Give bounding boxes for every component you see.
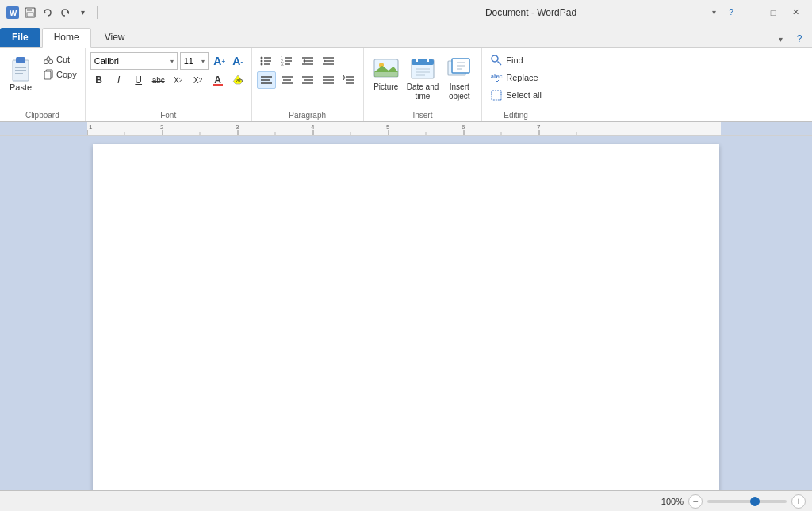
- insert-object-button[interactable]: Insertobject: [442, 52, 477, 103]
- find-button[interactable]: Find: [487, 52, 526, 68]
- customize-quick-btn[interactable]: ▾: [75, 5, 90, 21]
- insert-label: Insert: [412, 109, 432, 121]
- svg-marker-55: [343, 75, 345, 80]
- ruler-left-margin: [0, 122, 87, 135]
- decrease-font-btn[interactable]: A-: [229, 52, 247, 70]
- font-size-selector[interactable]: 11 ▾: [180, 52, 209, 70]
- zoom-in-btn[interactable]: +: [791, 494, 806, 509]
- svg-line-14: [46, 56, 48, 60]
- indent-increase-btn[interactable]: [319, 52, 338, 70]
- font-row1: Calibri ▾ 11 ▾ A+ A-: [90, 52, 247, 70]
- numbered-list-btn[interactable]: 1. 2. 3.: [278, 52, 297, 70]
- svg-text:3: 3: [236, 124, 239, 131]
- paste-button[interactable]: Paste: [5, 52, 36, 93]
- strikethrough-button[interactable]: abc: [150, 71, 167, 89]
- minimize-btn[interactable]: ─: [741, 5, 761, 21]
- scissors-icon: [43, 54, 54, 65]
- font-group: Calibri ▾ 11 ▾ A+ A- B I U abc X2 X2: [86, 48, 252, 121]
- italic-button[interactable]: I: [110, 71, 128, 89]
- document-page[interactable]: [93, 144, 719, 490]
- svg-point-12: [44, 60, 48, 64]
- cut-label: Cut: [56, 55, 70, 64]
- paragraph-label: Paragraph: [289, 109, 326, 121]
- cut-button[interactable]: Cut: [40, 52, 80, 67]
- align-center-btn[interactable]: [278, 71, 297, 89]
- picture-label: Picture: [373, 82, 398, 92]
- title-bar: W ▾: [0, 0, 812, 25]
- ruler-content[interactable]: 1 2 3 4 5 6 7: [87, 122, 721, 135]
- svg-rect-4: [27, 13, 33, 17]
- replace-button[interactable]: ab ac Replace: [487, 70, 541, 86]
- editing-group: Find ab ac Replace Select: [482, 48, 550, 121]
- datetime-button[interactable]: Date andtime: [404, 52, 442, 103]
- redo-quick-btn[interactable]: [57, 5, 73, 21]
- font-size-caret: ▾: [201, 58, 205, 65]
- para-row2: [257, 71, 358, 89]
- highlight-btn[interactable]: ab: [229, 71, 247, 89]
- svg-text:W: W: [10, 9, 17, 17]
- main-document-area[interactable]: [0, 136, 812, 490]
- picture-button[interactable]: Picture: [369, 52, 404, 93]
- editing-content: Find ab ac Replace Select: [487, 51, 545, 109]
- svg-rect-10: [15, 70, 26, 71]
- tab-home[interactable]: Home: [42, 28, 91, 48]
- subscript-button[interactable]: X2: [170, 71, 187, 89]
- font-color-btn[interactable]: A: [209, 71, 227, 89]
- tab-view[interactable]: View: [93, 28, 137, 47]
- select-all-button[interactable]: Select all: [487, 87, 545, 103]
- justify-btn[interactable]: [319, 71, 338, 89]
- para-row1: 1. 2. 3.: [257, 52, 338, 70]
- svg-point-72: [492, 55, 498, 62]
- clipboard-content: Paste Cut: [5, 51, 80, 109]
- replace-icon: ab ac: [490, 71, 503, 84]
- paste-icon: [8, 54, 33, 82]
- ribbon-expand-btn[interactable]: ▾: [706, 5, 722, 21]
- ribbon-help-btn[interactable]: ?: [791, 31, 807, 47]
- close-btn[interactable]: ✕: [785, 5, 806, 21]
- zoom-thumb: [750, 497, 760, 506]
- font-name-selector[interactable]: Calibri ▾: [90, 52, 178, 70]
- bullet-list-btn[interactable]: [257, 52, 276, 70]
- svg-line-73: [498, 62, 502, 66]
- window-title: Document - WordPad: [356, 7, 706, 18]
- indent-decrease-btn[interactable]: [298, 52, 317, 70]
- paragraph-content: 1. 2. 3.: [257, 51, 358, 109]
- align-right-btn[interactable]: [298, 71, 317, 89]
- copy-icon: [43, 69, 54, 80]
- insert-object-label: Insertobject: [449, 82, 470, 101]
- zoom-slider[interactable]: [707, 500, 787, 503]
- zoom-out-btn[interactable]: −: [688, 494, 703, 509]
- tab-file[interactable]: File: [0, 28, 40, 47]
- line-spacing-btn[interactable]: [339, 71, 358, 89]
- font-label: Font: [160, 109, 176, 121]
- find-icon: [490, 54, 503, 67]
- svg-text:3.: 3.: [281, 62, 284, 67]
- svg-text:1: 1: [89, 124, 93, 131]
- svg-text:5: 5: [386, 124, 390, 131]
- increase-font-btn[interactable]: A+: [211, 52, 228, 70]
- help-btn[interactable]: ?: [723, 5, 739, 21]
- insert-object-icon: [445, 54, 473, 82]
- svg-point-22: [260, 60, 262, 63]
- svg-text:2: 2: [160, 124, 164, 131]
- save-quick-btn[interactable]: [22, 5, 38, 21]
- find-label: Find: [506, 55, 523, 65]
- svg-text:ab: ab: [236, 78, 243, 83]
- clipboard-group: Paste Cut: [0, 48, 86, 121]
- restore-btn[interactable]: □: [763, 5, 783, 21]
- svg-line-15: [48, 56, 51, 60]
- align-left-btn[interactable]: [257, 71, 276, 89]
- font-name-caret: ▾: [170, 58, 174, 65]
- svg-rect-11: [15, 73, 23, 74]
- underline-button[interactable]: U: [130, 71, 147, 89]
- window-controls: ▾ ? ─ □ ✕: [706, 5, 806, 21]
- superscript-button[interactable]: X2: [190, 71, 207, 89]
- undo-quick-btn[interactable]: [40, 5, 56, 21]
- clipboard-small-btns: Cut Copy: [40, 52, 80, 82]
- copy-button[interactable]: Copy: [40, 67, 80, 82]
- collapse-ribbon-btn[interactable]: ▾: [772, 31, 788, 47]
- ribbon-body: Paste Cut: [0, 48, 812, 122]
- svg-marker-35: [303, 59, 305, 63]
- picture-icon: [372, 54, 400, 82]
- bold-button[interactable]: B: [90, 71, 108, 89]
